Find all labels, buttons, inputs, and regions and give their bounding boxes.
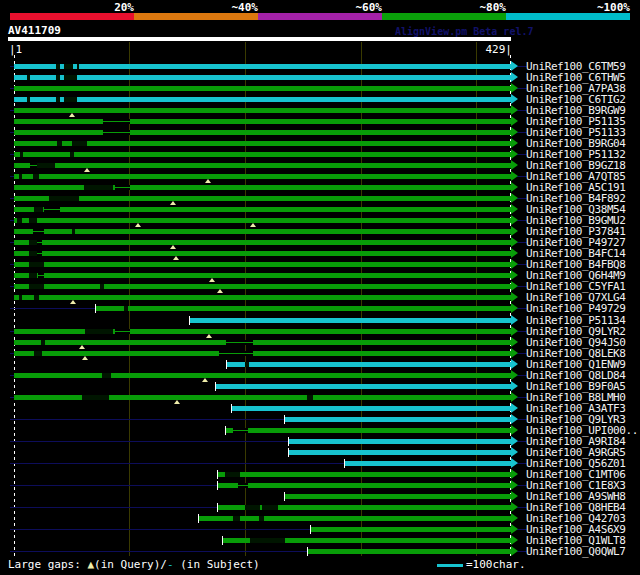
hit-start-tick	[231, 404, 232, 413]
alignment-row: UniRef100_Q0QWL7	[0, 546, 640, 557]
hit-bar[interactable]	[14, 152, 511, 157]
scale-legend-text: =100char.	[466, 559, 526, 571]
hit-arrow-icon	[511, 326, 518, 336]
hit-arrow-icon	[511, 502, 518, 512]
hit-bar[interactable]	[227, 362, 511, 367]
hit-bar[interactable]	[14, 251, 511, 256]
hit-bar[interactable]	[14, 86, 511, 91]
hit-gap-segment	[20, 152, 23, 157]
hit-start-tick	[225, 426, 226, 435]
hit-gap-segment	[29, 251, 37, 256]
hit-arrow-icon	[511, 414, 518, 424]
hit-label[interactable]: UniRef100_Q0QWL7	[526, 546, 626, 557]
hit-arrow-icon	[511, 248, 518, 258]
subject-gap-line	[226, 342, 253, 343]
hit-bar[interactable]	[311, 527, 511, 532]
hit-bar[interactable]	[232, 406, 511, 411]
hit-bar[interactable]	[14, 141, 511, 146]
hit-bar[interactable]	[14, 75, 511, 80]
hit-label[interactable]: UniRef100_C6TM59	[526, 61, 626, 72]
hit-bar[interactable]	[216, 384, 511, 389]
hit-bar[interactable]	[14, 240, 511, 245]
hit-bar[interactable]	[285, 417, 511, 422]
alignment-row: UniRef100_Q8LEK8	[0, 348, 640, 359]
hit-label[interactable]: UniRef100_Q8LEK8	[526, 348, 626, 359]
hit-arrow-icon	[511, 403, 518, 413]
identity-scale-segment	[10, 13, 134, 20]
hit-gap-segment	[57, 141, 62, 146]
hit-bar[interactable]	[14, 284, 511, 289]
hit-bar[interactable]	[14, 273, 511, 278]
hit-bar[interactable]	[14, 340, 511, 345]
subject-gap-line	[103, 132, 130, 133]
hit-arrow-icon	[511, 469, 518, 479]
hit-arrow-icon	[511, 436, 518, 446]
alignment-row: UniRef100_A7PA38	[0, 83, 640, 94]
hit-start-tick	[217, 481, 218, 490]
hit-bar[interactable]	[218, 483, 511, 488]
hit-bar[interactable]	[14, 373, 511, 378]
hit-arrow-icon	[511, 392, 518, 402]
hit-gap-segment	[245, 362, 250, 367]
hit-bar[interactable]	[308, 549, 511, 554]
scale-legend-line-icon	[437, 564, 463, 567]
hit-label[interactable]: UniRef100_A7PA38	[526, 83, 626, 94]
hit-bar[interactable]	[14, 295, 511, 300]
hit-bar[interactable]	[14, 130, 511, 135]
hit-arrow-icon	[511, 94, 518, 104]
hit-label[interactable]: UniRef100_Q9LYR2	[526, 326, 626, 337]
hit-gap-segment	[29, 218, 37, 223]
hit-bar[interactable]	[14, 64, 511, 69]
gap-legend-query-text: (in Query)/	[94, 558, 167, 571]
hit-bar[interactable]	[285, 494, 511, 499]
hit-gap-segment	[56, 64, 61, 69]
hit-bar[interactable]	[14, 196, 511, 201]
hit-start-tick	[226, 360, 227, 369]
hit-label[interactable]: UniRef100_P49729	[526, 303, 626, 314]
hit-gap-segment	[64, 64, 73, 69]
query-id: AV411709	[8, 25, 61, 36]
hit-bar[interactable]	[199, 516, 511, 521]
hit-bar[interactable]	[14, 119, 511, 124]
hit-start-tick	[284, 415, 285, 424]
hit-bar[interactable]	[96, 306, 511, 311]
hit-bar[interactable]	[14, 97, 511, 102]
hit-gap-segment	[19, 174, 22, 179]
hit-arrow-icon	[511, 491, 518, 501]
credit-text: AlignView.pm Beta rel.7	[395, 27, 533, 37]
hit-bar[interactable]	[218, 472, 511, 477]
hit-bar[interactable]	[14, 174, 511, 179]
hit-bar[interactable]	[190, 318, 511, 323]
hit-bar[interactable]	[14, 351, 511, 356]
ruler-end-label: 429|	[400, 44, 512, 55]
hit-label[interactable]: UniRef100_C6TIG2	[526, 94, 626, 105]
hit-start-tick	[288, 448, 289, 457]
ruler-start-label: |1	[9, 44, 22, 55]
hit-arrow-icon	[511, 315, 518, 325]
hit-bar[interactable]	[14, 218, 511, 223]
hit-bar[interactable]	[14, 229, 511, 234]
subject-gap-line	[238, 485, 248, 486]
hit-arrow-icon	[511, 292, 518, 302]
subject-gap-line	[115, 187, 130, 188]
subject-gap-line	[33, 231, 45, 232]
hit-label[interactable]: UniRef100_P51134	[526, 315, 626, 326]
hit-arrow-icon	[511, 480, 518, 490]
hit-bar[interactable]	[345, 461, 511, 466]
gap-legend: Large gaps: ▲(in Query)/- (in Subject)	[8, 559, 260, 571]
hit-bar[interactable]	[14, 262, 511, 267]
hit-start-tick	[189, 316, 190, 325]
hit-label[interactable]: UniRef100_C6THW5	[526, 72, 626, 83]
hit-bar[interactable]	[14, 108, 511, 113]
hit-label[interactable]: UniRef100_Q94JS0	[526, 337, 626, 348]
hit-start-tick	[222, 536, 223, 545]
subject-gap-line	[44, 209, 60, 210]
hit-bar[interactable]	[14, 207, 511, 212]
hit-bar[interactable]	[226, 428, 511, 433]
hit-start-tick	[307, 547, 308, 556]
hit-arrow-icon	[511, 127, 518, 137]
hit-start-tick	[217, 470, 218, 479]
hit-bar[interactable]	[289, 450, 511, 455]
hit-bar[interactable]	[289, 439, 511, 444]
hit-arrow-icon	[511, 524, 518, 534]
